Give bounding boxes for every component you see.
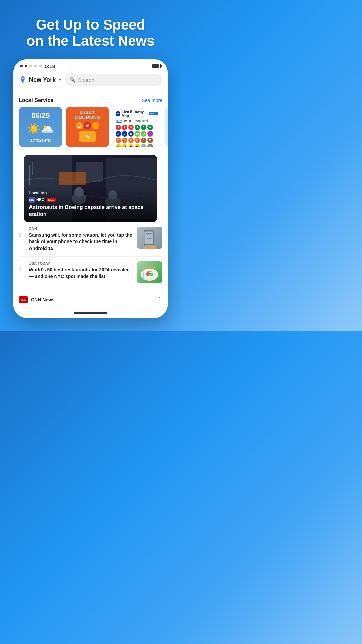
section-title: Local Service — [19, 97, 53, 103]
section-header: Local Service See more — [13, 93, 168, 107]
weather-icon: ☀️🌥️ — [27, 122, 54, 135]
home-indicator — [74, 312, 107, 314]
line-z: Z — [147, 138, 153, 143]
live-badge: LIVE — [47, 198, 56, 202]
news-item-2[interactable]: 2 CNN Samsung will, for some reason, let… — [19, 222, 162, 257]
news-num-2: 2 — [19, 232, 25, 238]
line-3: 3 — [128, 125, 134, 130]
line-w: W — [135, 144, 140, 147]
tab-tonight[interactable]: Tonight — [124, 119, 133, 123]
featured-source: NBC NBC LIVE — [29, 197, 152, 203]
subway-card[interactable]: M Live Subway Map BETA Now Tonight Weeke… — [113, 107, 161, 147]
mcdonalds-logo: M — [84, 122, 91, 129]
search-placeholder: Search — [78, 77, 94, 83]
line-7: 7 — [147, 131, 153, 137]
tab-now[interactable]: Now — [116, 119, 122, 123]
signal-dot-1 — [20, 65, 23, 67]
featured-overlay: Local top NBC NBC LIVE Astronauts in Boe… — [24, 186, 157, 222]
phone-mockup: 5:18 New York ▼ 🔍 — [13, 59, 168, 318]
amazon-logo: a — [92, 122, 99, 129]
svg-line-33 — [143, 268, 144, 271]
location-chevron-icon: ▼ — [58, 78, 62, 82]
line-r: R — [128, 144, 134, 147]
cnn-logo: CNN — [19, 296, 28, 303]
news-headline-3: World's 50 best restaurants for 2024 rev… — [29, 267, 133, 280]
line-l: L — [141, 144, 146, 147]
line-d: D — [122, 138, 127, 143]
news-list: 2 CNN Samsung will, for some reason, let… — [13, 222, 168, 288]
news-thumb-2: 12:00 — [137, 227, 162, 249]
location-name: New York — [29, 76, 56, 84]
weather-date: 06/25 — [31, 111, 50, 120]
starbucks-logo: ☕ — [76, 122, 83, 129]
phone-thumbnail: 12:00 — [137, 227, 162, 249]
line-m: M — [135, 138, 140, 143]
news-num-3: 3 — [19, 267, 25, 273]
signal-dot-4 — [34, 65, 37, 67]
subway-lines: 1 2 3 4 5 6 A C E SR G 7 — [116, 125, 158, 147]
weather-temp: 27℃/14℃ — [30, 138, 51, 143]
status-bar: 5:18 — [13, 59, 168, 72]
signal-dot-5 — [39, 65, 42, 67]
news-section: Local top NBC NBC LIVE Astronauts in Boe… — [13, 155, 168, 288]
more-options-icon[interactable]: ⋮ — [156, 296, 162, 303]
subway-logo: M — [116, 111, 120, 116]
subway-row-2: A C E SR G 7 — [116, 131, 158, 137]
svg-point-35 — [143, 265, 156, 269]
line-a: A — [116, 131, 121, 137]
svg-rect-20 — [146, 233, 152, 234]
coupon-envelope: 🏷️ — [79, 131, 96, 142]
app-header: New York ▼ 🔍 Search — [13, 72, 168, 90]
signal-dot-2 — [25, 65, 27, 67]
coupons-card[interactable]: DAILYCOUPONS ☕ M a 🏷️ — [66, 107, 109, 147]
tab-weekend[interactable]: Weekend — [135, 119, 148, 123]
svg-rect-14 — [59, 172, 86, 185]
nbc-logo-text: NBC — [29, 199, 34, 201]
cnn-left: CNN CNN News — [19, 296, 55, 303]
svg-point-28 — [147, 273, 149, 275]
svg-rect-15 — [29, 165, 30, 185]
svg-point-0 — [22, 78, 24, 79]
line-e: E — [128, 131, 134, 137]
local-service-section: Local Service See more 06/25 ☀️🌥️ 27℃/14… — [13, 93, 168, 152]
astronaut-scene-bg: Local top NBC NBC LIVE Astronauts in Boe… — [24, 155, 157, 222]
line-c: C — [122, 131, 127, 137]
svg-line-32 — [143, 268, 143, 271]
subway-title: Live Subway Map — [122, 110, 148, 118]
subway-header: M Live Subway Map BETA — [116, 110, 158, 118]
see-more-button[interactable]: See more — [142, 98, 162, 103]
svg-text:12:00: 12:00 — [145, 237, 153, 240]
svg-rect-21 — [146, 234, 150, 235]
news-headline-2: Samsung will, for some reason, let you t… — [29, 232, 133, 252]
news-item-3[interactable]: 3 USA TODAY World's 50 best restaurants … — [19, 257, 162, 288]
news-source-3: USA TODAY — [29, 261, 133, 265]
status-time: 5:18 — [45, 63, 55, 69]
coupons-title: DAILYCOUPONS — [75, 110, 100, 120]
line-b: B — [116, 138, 121, 143]
news-source-2: CNN — [29, 227, 133, 231]
line-5: 5 — [141, 125, 146, 130]
featured-title: Astronauts in Boeing capsule arrive at s… — [29, 204, 152, 218]
line-q: Q — [122, 144, 127, 147]
coupon-logos: ☕ M a — [76, 122, 99, 129]
map-pin-icon — [19, 76, 27, 84]
signal-dot-3 — [29, 65, 32, 67]
cnn-name: CNN News — [31, 297, 55, 302]
news-content-2: CNN Samsung will, for some reason, let y… — [29, 227, 133, 252]
news-thumb-3 — [137, 261, 162, 283]
search-bar[interactable]: 🔍 Search — [65, 74, 162, 86]
subway-row-4: N Q R W L S — [116, 144, 158, 147]
weather-card[interactable]: 06/25 ☀️🌥️ 27℃/14℃ — [19, 107, 62, 147]
line-n: N — [116, 144, 121, 147]
line-s: S — [147, 144, 153, 147]
partial-card — [165, 107, 168, 147]
local-top-badge: Local top — [29, 191, 152, 195]
hero-title: Get Up to Speed on the Latest News — [13, 0, 168, 59]
featured-news-card[interactable]: Local top NBC NBC LIVE Astronauts in Boe… — [24, 155, 157, 222]
beta-badge: BETA — [149, 112, 158, 115]
line-4: 4 — [135, 125, 140, 130]
subway-row-3: B D F M J Z — [116, 138, 158, 143]
svg-rect-24 — [144, 245, 155, 249]
line-j: J — [141, 138, 146, 143]
location-button[interactable]: New York ▼ — [19, 76, 62, 84]
